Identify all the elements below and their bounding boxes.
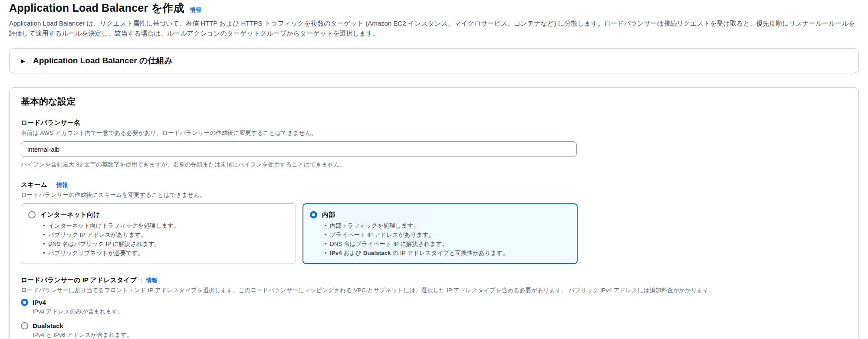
ip-address-type-field: ロードバランサーの IP アドレスタイプ 情報 ロードバランサーに割り当てるフロ… (21, 276, 847, 339)
dualstack-description: IPv4 と IPv6 アドレスが含まれます。 (33, 331, 847, 339)
load-balancer-name-input[interactable] (21, 141, 577, 157)
scheme-tiles: インターネット向け インターネット向けトラフィックを処理します。 パブリック I… (21, 203, 847, 264)
bullet-item: 内部トラフィックを処理します。 (330, 221, 509, 230)
bullet-item: プライベート IP アドレスがあります。 (330, 230, 509, 239)
scheme-tile-internet-facing[interactable]: インターネット向け インターネット向けトラフィックを処理します。 パブリック I… (21, 203, 296, 264)
bullet-item: パブリックサブネットが必要です。 (48, 248, 179, 258)
title-info-link[interactable]: 情報 (190, 6, 201, 14)
bullet-item: DNS 名はプライベート IP に解決されます。 (330, 239, 509, 248)
bullet-item: IPv4 および Dualstack の IP アドレスタイプと互換性があります… (330, 248, 509, 258)
ip-address-type-label: ロードバランサーの IP アドレスタイプ (21, 276, 137, 284)
internal-label: 内部 (322, 210, 509, 219)
label-divider (141, 277, 141, 284)
internal-content: 内部 内部トラフィックを処理します。 プライベート IP アドレスがあります。 … (322, 210, 509, 258)
bullet-item: パブリック IP アドレスがあります。 (48, 230, 179, 239)
internet-facing-content: インターネット向け インターネット向けトラフィックを処理します。 パブリック I… (40, 210, 179, 258)
internet-facing-bullets: インターネット向けトラフィックを処理します。 パブリック IP アドレスがありま… (40, 221, 179, 258)
how-it-works-title: Application Load Balancer の仕組み (33, 55, 173, 66)
internal-bullets: 内部トラフィックを処理します。 プライベート IP アドレスがあります。 DNS… (322, 221, 509, 258)
load-balancer-name-label: ロードバランサー名 (21, 119, 80, 127)
load-balancer-name-constraint: ハイフンを含む最大 32 文字の英数字を使用できますが、名前の先頭または末尾にハ… (21, 161, 847, 169)
basic-settings-card: 基本的な設定 ロードバランサー名 名前は AWS アカウント内で一意である必要が… (9, 87, 859, 339)
page-header: Application Load Balancer を作成 情報 (9, 1, 859, 15)
ipv4-description: IPv4 アドレスのみが含まれます。 (33, 307, 847, 316)
dualstack-label: Dualstack (33, 322, 63, 329)
scheme-description: ロードバランサーの作成後にスキームを変更することはできません。 (21, 191, 847, 199)
ipv4-radio[interactable] (21, 299, 28, 306)
page-description: Application Load Balancer は、リクエスト属性に基づいて… (9, 18, 859, 38)
basic-settings-heading: 基本的な設定 (21, 95, 847, 108)
scheme-info-link[interactable]: 情報 (56, 181, 68, 189)
internet-facing-label: インターネット向け (40, 210, 179, 219)
page-title: Application Load Balancer を作成 (9, 1, 184, 15)
scheme-tile-internal[interactable]: 内部 内部トラフィックを処理します。 プライベート IP アドレスがあります。 … (302, 203, 578, 264)
bullet-item: DNS 名はパブリック IP に解決されます。 (48, 239, 179, 248)
create-alb-page: Application Load Balancer を作成 情報 Applica… (0, 0, 868, 339)
scheme-field: スキーム 情報 ロードバランサーの作成後にスキームを変更することはできません。 … (21, 181, 847, 264)
load-balancer-name-field: ロードバランサー名 名前は AWS アカウント内で一意である必要があり、ロードバ… (21, 119, 847, 169)
dualstack-radio[interactable] (21, 322, 28, 329)
ipv4-label: IPv4 (33, 299, 46, 306)
load-balancer-name-description: 名前は AWS アカウント内で一意である必要があり、ロードバランサーの作成後に変… (21, 129, 847, 137)
how-it-works-expander[interactable]: ▶ Application Load Balancer の仕組み (9, 48, 859, 73)
label-divider (52, 182, 52, 188)
internet-facing-radio[interactable] (28, 211, 36, 218)
bullet-item: インターネット向けトラフィックを処理します。 (48, 221, 179, 230)
caret-right-icon: ▶ (21, 58, 25, 64)
internal-radio[interactable] (310, 211, 317, 218)
ip-address-type-description: ロードバランサーに割り当てるフロントエンド IP アドレスタイプを選択します。こ… (21, 286, 847, 294)
ip-address-type-info-link[interactable]: 情報 (146, 277, 157, 284)
scheme-label: スキーム (21, 181, 47, 189)
dualstack-option[interactable]: Dualstack IPv4 と IPv6 アドレスが含まれます。 (21, 322, 847, 339)
ipv4-option[interactable]: IPv4 IPv4 アドレスのみが含まれます。 (21, 299, 847, 316)
